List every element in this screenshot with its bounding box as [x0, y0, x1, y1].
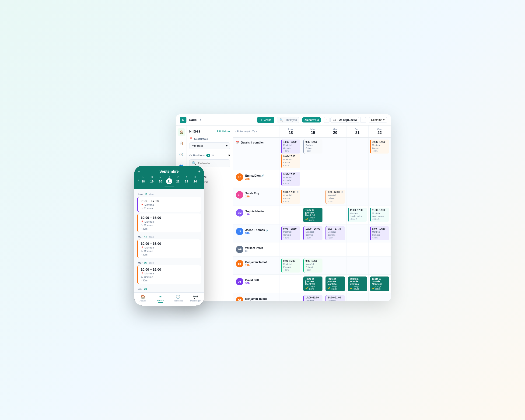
david-conge-ven[interactable]: Toute la journée Montréal 🌙 Congé (payé): [370, 277, 389, 291]
mobile-day-L[interactable]: L 18: [140, 176, 146, 184]
sidebar-icon-calendar[interactable]: 📋: [178, 140, 185, 147]
num-19: 19: [304, 131, 322, 135]
positions-search-input[interactable]: [198, 162, 227, 165]
quarts-icon: 📅: [236, 141, 239, 144]
quarts-shift-ven[interactable]: 10:30–17:00 Montréal Caisse ▪ 30m: [370, 140, 389, 154]
david-conge-jeu[interactable]: Toute la journée Montréal 🌙 Congé (payé): [348, 277, 367, 291]
emma-name: Emma Dion 🔗: [245, 174, 264, 177]
mobile-week-labels: L 18 M 19 M 20 J 21: [139, 176, 199, 184]
sarah-lun: 9:00–17:00 Montréal Caisse ▪ 30m 👁: [280, 188, 302, 205]
benjamin2-lun: [280, 293, 302, 301]
sort-cell[interactable]: ↕ Prénom (A - Z) ▾: [233, 126, 280, 137]
aujourdhui-button[interactable]: Aujourd'hui: [302, 117, 321, 122]
sophia-mer: [324, 206, 346, 224]
mobile-indicator-bar: [138, 186, 200, 187]
mobile-day-D[interactable]: D 24: [192, 176, 198, 184]
app-logo: S: [180, 117, 187, 123]
jacob-shift-mer[interactable]: 9:00 – 17:30 Montréal Commis ▪ 30m: [326, 226, 345, 240]
positions-label: 🗂 Positions 5 ✕: [189, 154, 214, 157]
prev-arrow[interactable]: ‹: [324, 117, 329, 123]
mobile-day-20-hours: 6h30: [149, 262, 154, 264]
mobile-day-M1[interactable]: M 19: [149, 176, 155, 184]
benjamin1-shift-mar[interactable]: 9:00–16:30 Montréal Entrepôt ▪ 30m: [303, 259, 322, 272]
emma-mer: [324, 170, 346, 188]
succursale-dropdown[interactable]: Montréal ▾: [189, 142, 230, 149]
benjamin1-shift-lun[interactable]: 9:00–16:30 Montréal Entrepôt ▪ 30m: [281, 259, 300, 272]
jacob-shift-mar[interactable]: 10:00 – 16:00 Montréal Commis ▪ 30m: [303, 226, 322, 240]
sophia-conge-mar[interactable]: Toute la journée Montréal 🌙 Congé (payé): [303, 208, 322, 222]
row-benjamin1: BT Benjamin Talbot 21h 9:00–16:30 Montré…: [233, 257, 391, 275]
david-conge-mar[interactable]: Toute la journée Montréal 🌙 Congé (payé): [303, 277, 322, 291]
sophia-shift-jeu[interactable]: 11:00–17:00 Montréal Gestionnaire ▪ 30m …: [348, 208, 367, 222]
benjamin1-avatar: BT: [236, 260, 243, 267]
jacob-ven: 9:00 – 17:30 Montréal Commis ▪ 30m: [369, 224, 391, 242]
emma-shift-lun[interactable]: 9:30–17:00 Montréal Commis ▪ 30m: [281, 172, 300, 186]
benjamin2-info: BT Benjamin Talbot 20h: [233, 293, 280, 301]
num-18: 18: [282, 131, 300, 135]
david-ven: Toute la journée Montréal 🌙 Congé (payé): [369, 275, 391, 293]
mobile-footer-horaire[interactable]: ≡ Horaire: [152, 294, 169, 303]
creer-button[interactable]: Créer: [257, 117, 274, 123]
sophia-shift-ven[interactable]: 11:00–17:00 Montréal Gestionnaire ▪ 30m …: [370, 208, 389, 222]
semaine-button[interactable]: Semaine ▾: [369, 117, 387, 123]
mobile-footer-presences[interactable]: 🕐 Présences: [169, 294, 187, 303]
jacob-mar: 10:00 – 16:00 Montréal Commis ▪ 30m: [302, 224, 324, 242]
sarah-eye-icon[interactable]: 👁: [297, 191, 299, 194]
mobile-shift-mar19[interactable]: 10:00 – 16:00 📍 Montréal 🗂 Commis ▪ 30m: [137, 239, 201, 258]
mobile-footer-accueil[interactable]: 🏠 Accueil: [134, 294, 152, 303]
quarts-jeu: [347, 138, 369, 170]
reinit-button[interactable]: Réinitialiser: [217, 130, 230, 133]
emma-jeu: [347, 170, 369, 188]
location-pin-icon: 📍: [141, 204, 143, 206]
mobile-shift-lun18-1[interactable]: 9:00 – 17:30 📍 Montréal 🗂 Commis: [137, 197, 201, 212]
quarts-ven: 10:30–17:00 Montréal Caisse ▪ 30m: [369, 138, 391, 170]
quarts-shift-2[interactable]: 9:00–17:00 Montréal Caisse ▪ 30m: [281, 154, 300, 168]
mobile-day-lun-label: Lun: [138, 193, 142, 196]
mobile-day-V[interactable]: V 22: [175, 176, 181, 184]
positions-collapse-icon[interactable]: ▾: [228, 153, 230, 158]
next-arrow[interactable]: ›: [360, 117, 366, 123]
mobile-day-J[interactable]: J 21: [166, 176, 172, 184]
sidebar-icon-home[interactable]: 🏠: [178, 128, 185, 136]
quarts-row: 📅 Quarts à combler 10:00–17:00 Montréal …: [233, 138, 391, 170]
mobile-accueil-label: Accueil: [140, 299, 146, 302]
search-icon: 🔍: [280, 118, 283, 121]
sarah-mar: [302, 188, 324, 205]
mobile-messenger-icon: 💬: [193, 294, 198, 299]
mobile-shift-mer20[interactable]: 10:00 – 16:00 📍 Montréal 🗂 Commis ▪ 30m: [137, 265, 201, 284]
mobile-menu-icon[interactable]: ≡: [138, 170, 140, 173]
mobile-shift-lun18-2[interactable]: 10:00 – 16:00 📍 Montréal 🗂 Commis ▪ 30m: [137, 214, 201, 232]
positions-clear-icon[interactable]: ✕: [212, 154, 214, 157]
sort-icon: ↕: [235, 130, 236, 133]
app-chevron-icon[interactable]: ▾: [200, 119, 201, 121]
mobile-add-icon[interactable]: +: [198, 169, 200, 174]
mobile-day-S[interactable]: S 23: [183, 176, 189, 184]
sarah-shift-lun[interactable]: 9:00–17:00 Montréal Caisse ▪ 30m 👁: [281, 190, 300, 204]
sophia-hours: 19h: [245, 213, 264, 216]
mobile-day-jeu21: Jeu 21 Aucun quart: [137, 286, 201, 292]
jacob-shift-ven[interactable]: 9:00 – 17:30 Montréal Commis ▪ 30m: [370, 226, 389, 240]
benjamin1-info: BT Benjamin Talbot 21h: [233, 257, 280, 274]
mobile-day-lun18: Lun 18 8h00 9:00 – 17:30 📍 Montréal 🗂 Co…: [137, 191, 201, 232]
sarah-eye-mer-icon[interactable]: 👁: [341, 191, 344, 194]
row-emma: ED Emma Dion 🔗 24h 9:30–17:00 Montréal C…: [233, 170, 391, 188]
mobile-footer: 🏠 Accueil ≡ Horaire 🕐 Présences 💬 Messen…: [134, 292, 204, 306]
william-mer: [324, 243, 346, 256]
quarts-shift-qc[interactable]: 9:30–17:00 Québec Caisse ▪ 30m: [303, 140, 322, 154]
sarah-shift-mer[interactable]: 9:30–17:00 Montréal Caisse ▪ 30m 👁: [326, 190, 345, 204]
david-conge-mer[interactable]: Toute la journée Montréal 🌙 Congé (payé): [326, 277, 345, 291]
mobile-next-arrow[interactable]: ›: [199, 178, 200, 182]
mobile-horaire-label: Horaire: [157, 299, 164, 302]
jacob-shift-lun[interactable]: 9:00 – 17:30 Montréal Commis ▪ 30m: [281, 226, 300, 240]
mobile-footer-messenger[interactable]: 💬 Messenger: [187, 294, 204, 303]
benjamin2-shift-mer[interactable]: 14:00–21:00 Montréal Commis ▪ 30m: [326, 295, 345, 301]
sidebar-icon-clock[interactable]: 🕐: [178, 151, 185, 158]
quarts-shift-1[interactable]: 10:00–17:00 Montréal Commis ▪ 30m: [281, 140, 300, 154]
benjamin2-ven: [369, 293, 391, 301]
mobile-day-M2[interactable]: M 20: [158, 176, 164, 184]
benjamin2-shift-mar[interactable]: 14:00–21:00 Montréal Commis ▪ 30m: [303, 295, 322, 301]
sophia-lun: [280, 206, 302, 224]
day-mer: Mer.: [326, 128, 344, 131]
employes-search[interactable]: 🔍 Employés: [277, 117, 299, 123]
benjamin2-avatar: BT: [236, 297, 243, 301]
